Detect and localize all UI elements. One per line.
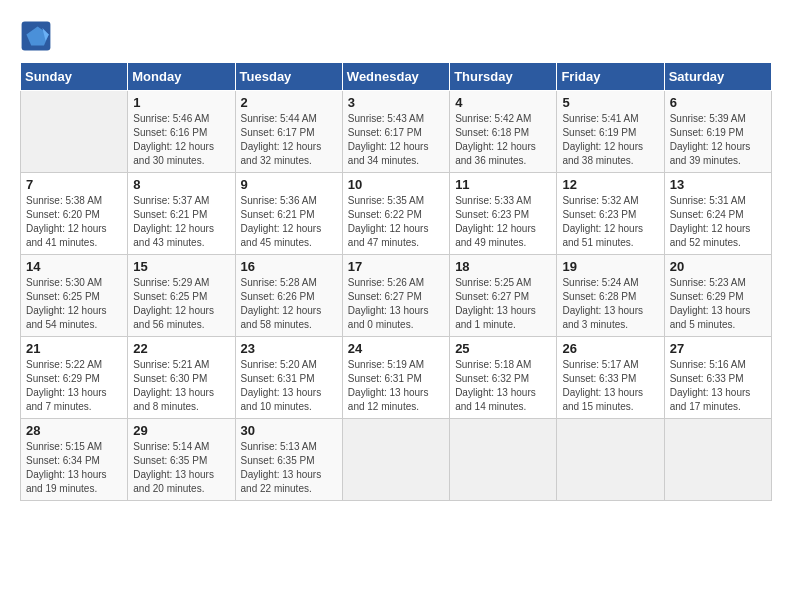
calendar-week-row: 14Sunrise: 5:30 AMSunset: 6:25 PMDayligh… — [21, 255, 772, 337]
day-number: 23 — [241, 341, 337, 356]
day-info: Sunrise: 5:20 AMSunset: 6:31 PMDaylight:… — [241, 358, 337, 414]
generalblue-logo-icon — [20, 20, 52, 52]
day-number: 11 — [455, 177, 551, 192]
calendar-cell: 6Sunrise: 5:39 AMSunset: 6:19 PMDaylight… — [664, 91, 771, 173]
day-info: Sunrise: 5:32 AMSunset: 6:23 PMDaylight:… — [562, 194, 658, 250]
calendar-cell: 29Sunrise: 5:14 AMSunset: 6:35 PMDayligh… — [128, 419, 235, 501]
calendar-cell: 3Sunrise: 5:43 AMSunset: 6:17 PMDaylight… — [342, 91, 449, 173]
day-number: 16 — [241, 259, 337, 274]
day-number: 28 — [26, 423, 122, 438]
day-info: Sunrise: 5:29 AMSunset: 6:25 PMDaylight:… — [133, 276, 229, 332]
day-number: 10 — [348, 177, 444, 192]
day-number: 1 — [133, 95, 229, 110]
calendar-week-row: 21Sunrise: 5:22 AMSunset: 6:29 PMDayligh… — [21, 337, 772, 419]
calendar-cell — [664, 419, 771, 501]
day-number: 22 — [133, 341, 229, 356]
calendar-header-row: SundayMondayTuesdayWednesdayThursdayFrid… — [21, 63, 772, 91]
calendar-cell — [342, 419, 449, 501]
calendar-week-row: 7Sunrise: 5:38 AMSunset: 6:20 PMDaylight… — [21, 173, 772, 255]
calendar-cell: 10Sunrise: 5:35 AMSunset: 6:22 PMDayligh… — [342, 173, 449, 255]
day-info: Sunrise: 5:24 AMSunset: 6:28 PMDaylight:… — [562, 276, 658, 332]
day-number: 21 — [26, 341, 122, 356]
day-info: Sunrise: 5:30 AMSunset: 6:25 PMDaylight:… — [26, 276, 122, 332]
day-info: Sunrise: 5:15 AMSunset: 6:34 PMDaylight:… — [26, 440, 122, 496]
day-number: 3 — [348, 95, 444, 110]
calendar-cell: 26Sunrise: 5:17 AMSunset: 6:33 PMDayligh… — [557, 337, 664, 419]
day-number: 26 — [562, 341, 658, 356]
day-info: Sunrise: 5:39 AMSunset: 6:19 PMDaylight:… — [670, 112, 766, 168]
calendar-week-row: 28Sunrise: 5:15 AMSunset: 6:34 PMDayligh… — [21, 419, 772, 501]
weekday-header-sunday: Sunday — [21, 63, 128, 91]
day-number: 9 — [241, 177, 337, 192]
day-info: Sunrise: 5:14 AMSunset: 6:35 PMDaylight:… — [133, 440, 229, 496]
calendar-cell: 4Sunrise: 5:42 AMSunset: 6:18 PMDaylight… — [450, 91, 557, 173]
calendar-cell: 23Sunrise: 5:20 AMSunset: 6:31 PMDayligh… — [235, 337, 342, 419]
day-info: Sunrise: 5:41 AMSunset: 6:19 PMDaylight:… — [562, 112, 658, 168]
day-info: Sunrise: 5:31 AMSunset: 6:24 PMDaylight:… — [670, 194, 766, 250]
day-info: Sunrise: 5:25 AMSunset: 6:27 PMDaylight:… — [455, 276, 551, 332]
calendar-cell: 5Sunrise: 5:41 AMSunset: 6:19 PMDaylight… — [557, 91, 664, 173]
calendar-cell: 12Sunrise: 5:32 AMSunset: 6:23 PMDayligh… — [557, 173, 664, 255]
calendar-cell — [450, 419, 557, 501]
day-info: Sunrise: 5:22 AMSunset: 6:29 PMDaylight:… — [26, 358, 122, 414]
day-info: Sunrise: 5:18 AMSunset: 6:32 PMDaylight:… — [455, 358, 551, 414]
calendar-cell — [557, 419, 664, 501]
day-number: 15 — [133, 259, 229, 274]
calendar-cell: 24Sunrise: 5:19 AMSunset: 6:31 PMDayligh… — [342, 337, 449, 419]
day-info: Sunrise: 5:36 AMSunset: 6:21 PMDaylight:… — [241, 194, 337, 250]
calendar-cell: 9Sunrise: 5:36 AMSunset: 6:21 PMDaylight… — [235, 173, 342, 255]
calendar-cell: 14Sunrise: 5:30 AMSunset: 6:25 PMDayligh… — [21, 255, 128, 337]
calendar-cell: 22Sunrise: 5:21 AMSunset: 6:30 PMDayligh… — [128, 337, 235, 419]
day-info: Sunrise: 5:44 AMSunset: 6:17 PMDaylight:… — [241, 112, 337, 168]
day-info: Sunrise: 5:19 AMSunset: 6:31 PMDaylight:… — [348, 358, 444, 414]
logo — [20, 20, 56, 52]
day-number: 17 — [348, 259, 444, 274]
day-number: 12 — [562, 177, 658, 192]
weekday-header-thursday: Thursday — [450, 63, 557, 91]
day-number: 2 — [241, 95, 337, 110]
day-number: 18 — [455, 259, 551, 274]
day-number: 29 — [133, 423, 229, 438]
day-number: 20 — [670, 259, 766, 274]
calendar-cell: 27Sunrise: 5:16 AMSunset: 6:33 PMDayligh… — [664, 337, 771, 419]
day-info: Sunrise: 5:46 AMSunset: 6:16 PMDaylight:… — [133, 112, 229, 168]
calendar-cell: 1Sunrise: 5:46 AMSunset: 6:16 PMDaylight… — [128, 91, 235, 173]
day-number: 30 — [241, 423, 337, 438]
calendar-cell: 15Sunrise: 5:29 AMSunset: 6:25 PMDayligh… — [128, 255, 235, 337]
page-header — [20, 20, 772, 52]
calendar-cell: 20Sunrise: 5:23 AMSunset: 6:29 PMDayligh… — [664, 255, 771, 337]
day-number: 14 — [26, 259, 122, 274]
day-info: Sunrise: 5:23 AMSunset: 6:29 PMDaylight:… — [670, 276, 766, 332]
calendar-cell: 18Sunrise: 5:25 AMSunset: 6:27 PMDayligh… — [450, 255, 557, 337]
day-number: 7 — [26, 177, 122, 192]
day-number: 8 — [133, 177, 229, 192]
calendar-cell: 25Sunrise: 5:18 AMSunset: 6:32 PMDayligh… — [450, 337, 557, 419]
calendar-cell: 16Sunrise: 5:28 AMSunset: 6:26 PMDayligh… — [235, 255, 342, 337]
calendar-cell: 2Sunrise: 5:44 AMSunset: 6:17 PMDaylight… — [235, 91, 342, 173]
day-info: Sunrise: 5:16 AMSunset: 6:33 PMDaylight:… — [670, 358, 766, 414]
weekday-header-friday: Friday — [557, 63, 664, 91]
day-info: Sunrise: 5:35 AMSunset: 6:22 PMDaylight:… — [348, 194, 444, 250]
day-number: 24 — [348, 341, 444, 356]
day-info: Sunrise: 5:42 AMSunset: 6:18 PMDaylight:… — [455, 112, 551, 168]
calendar-cell: 13Sunrise: 5:31 AMSunset: 6:24 PMDayligh… — [664, 173, 771, 255]
calendar-cell: 21Sunrise: 5:22 AMSunset: 6:29 PMDayligh… — [21, 337, 128, 419]
day-info: Sunrise: 5:38 AMSunset: 6:20 PMDaylight:… — [26, 194, 122, 250]
day-number: 27 — [670, 341, 766, 356]
day-number: 6 — [670, 95, 766, 110]
calendar-week-row: 1Sunrise: 5:46 AMSunset: 6:16 PMDaylight… — [21, 91, 772, 173]
day-info: Sunrise: 5:28 AMSunset: 6:26 PMDaylight:… — [241, 276, 337, 332]
day-info: Sunrise: 5:13 AMSunset: 6:35 PMDaylight:… — [241, 440, 337, 496]
day-number: 13 — [670, 177, 766, 192]
day-number: 4 — [455, 95, 551, 110]
day-info: Sunrise: 5:37 AMSunset: 6:21 PMDaylight:… — [133, 194, 229, 250]
calendar-table: SundayMondayTuesdayWednesdayThursdayFrid… — [20, 62, 772, 501]
calendar-cell — [21, 91, 128, 173]
day-number: 19 — [562, 259, 658, 274]
day-info: Sunrise: 5:17 AMSunset: 6:33 PMDaylight:… — [562, 358, 658, 414]
day-info: Sunrise: 5:43 AMSunset: 6:17 PMDaylight:… — [348, 112, 444, 168]
day-number: 5 — [562, 95, 658, 110]
calendar-cell: 30Sunrise: 5:13 AMSunset: 6:35 PMDayligh… — [235, 419, 342, 501]
weekday-header-saturday: Saturday — [664, 63, 771, 91]
calendar-cell: 8Sunrise: 5:37 AMSunset: 6:21 PMDaylight… — [128, 173, 235, 255]
